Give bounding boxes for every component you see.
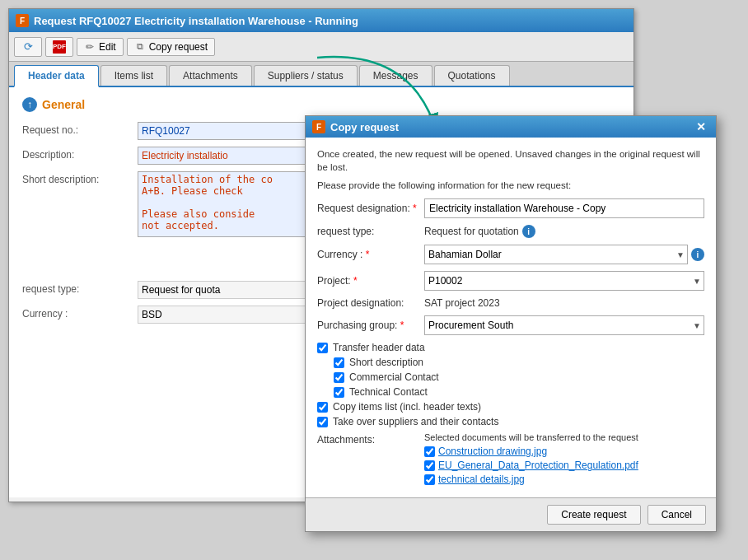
- description-label: Description:: [22, 147, 138, 161]
- dialog-footer: Create request Cancel: [306, 497, 716, 531]
- tab-quotations[interactable]: Quotations: [434, 65, 510, 86]
- dialog-titlebar: F Copy request ✕: [306, 116, 716, 138]
- dialog-project-designation-wrap: SAT project 2023: [424, 297, 704, 309]
- commercial-contact-checkbox[interactable]: [334, 372, 344, 383]
- transfer-header-data-label: Transfer header data: [333, 342, 425, 353]
- dialog-project-designation-label: Project designation:: [317, 297, 424, 309]
- dialog-project-row: Project: * P10002 ▼: [317, 271, 704, 291]
- purchasing-required-marker: *: [400, 320, 404, 331]
- cancel-button[interactable]: Cancel: [647, 505, 706, 525]
- purchasing-group-select[interactable]: Procurement South: [424, 315, 704, 335]
- tab-attachments[interactable]: Attachments: [169, 65, 252, 86]
- attachment-1-checkbox[interactable]: [424, 446, 435, 457]
- copy-items-list-row: Copy items list (incl. header texts): [317, 401, 704, 413]
- short-desc-label: Short description:: [22, 171, 138, 185]
- currency-label: Currency :: [22, 306, 138, 320]
- copy-request-label: Copy request: [149, 41, 208, 53]
- technical-contact-checkbox[interactable]: [334, 387, 344, 398]
- dialog-currency-wrap: Bahamian Dollar ▼ i: [424, 245, 704, 264]
- dialog-titlebar-left: F Copy request: [312, 120, 399, 133]
- attachments-section: Attachments: Selected documents will be …: [317, 432, 704, 488]
- dialog-project-wrap: P10002 ▼: [424, 271, 704, 291]
- short-description-checkbox[interactable]: [334, 357, 344, 368]
- dialog-icon: F: [312, 120, 325, 133]
- section-header: ↑ General: [22, 97, 620, 112]
- refresh-icon: ⟳: [21, 40, 35, 54]
- copy-icon: ⧉: [134, 41, 146, 53]
- take-over-suppliers-checkbox[interactable]: [317, 417, 328, 427]
- dialog-currency-row: Currency : * Bahamian Dollar ▼ i: [317, 245, 704, 264]
- tab-suppliers-status[interactable]: Suppliers / status: [254, 65, 358, 86]
- copy-items-list-label: Copy items list (incl. header texts): [333, 401, 481, 413]
- refresh-button[interactable]: ⟳: [14, 37, 42, 57]
- project-select-wrapper: P10002 ▼: [424, 271, 704, 291]
- tab-items-list[interactable]: Items list: [101, 65, 167, 86]
- short-description-row: Short description: [334, 357, 704, 368]
- edit-icon: ✏: [84, 41, 96, 53]
- transfer-header-data-row: Transfer header data: [317, 342, 704, 353]
- main-titlebar: F Request RFQ10027 Electricity installat…: [9, 9, 633, 32]
- attachment-2-checkbox[interactable]: [424, 460, 435, 471]
- copy-request-dialog: F Copy request ✕ Once created, the new r…: [305, 115, 717, 532]
- edit-button[interactable]: ✏ Edit: [77, 38, 124, 56]
- dialog-purchasing-group-label: Purchasing group: *: [317, 320, 424, 331]
- section-icon: ↑: [22, 97, 37, 112]
- tab-header-data[interactable]: Header data: [14, 65, 99, 87]
- section-title: General: [42, 98, 85, 111]
- take-over-suppliers-row: Take over suppliers and their contacts: [317, 416, 704, 427]
- pdf-icon: PDF: [53, 40, 66, 54]
- edit-label: Edit: [99, 41, 116, 53]
- dialog-content: Once created, the new request will be op…: [306, 138, 716, 497]
- dialog-request-type-label: request type:: [317, 226, 424, 237]
- tab-bar: Header data Items list Attachments Suppl…: [9, 62, 633, 87]
- dialog-purchasing-group-wrap: Procurement South ▼: [424, 315, 704, 335]
- dialog-subtitle: Please provide the following information…: [317, 180, 704, 190]
- attachment-2-link[interactable]: EU_General_Data_Protection_Regulation.pd…: [438, 460, 638, 471]
- attachments-list: Selected documents will be transferred t…: [424, 432, 704, 488]
- attachment-3-link[interactable]: technical details.jpg: [438, 474, 525, 485]
- dialog-request-type-value: Request for quotation: [424, 226, 519, 237]
- dialog-close-button[interactable]: ✕: [693, 120, 709, 133]
- commercial-contact-label: Commercial Contact: [349, 371, 439, 383]
- attachments-label: Attachments:: [317, 432, 424, 488]
- currency-info-icon[interactable]: i: [691, 248, 704, 261]
- attachment-3-checkbox[interactable]: [424, 474, 435, 485]
- dialog-info-text: Once created, the new request will be op…: [317, 147, 704, 174]
- attachment-item-2: EU_General_Data_Protection_Regulation.pd…: [424, 460, 704, 471]
- request-designation-input[interactable]: [424, 198, 704, 218]
- checkbox-group: Transfer header data Short description C…: [317, 342, 704, 427]
- dialog-project-designation-row: Project designation: SAT project 2023: [317, 297, 704, 309]
- dialog-currency-label: Currency : *: [317, 249, 424, 260]
- required-marker: *: [413, 203, 417, 214]
- dialog-project-label: Project: *: [317, 275, 424, 287]
- technical-contact-label: Technical Contact: [349, 386, 428, 398]
- pdf-button[interactable]: PDF: [45, 37, 73, 57]
- attachment-item-1: Construction drawing.jpg: [424, 446, 704, 457]
- dialog-request-type-wrap: Request for quotation i: [424, 225, 704, 238]
- project-required-marker: *: [353, 275, 358, 287]
- attachments-note: Selected documents will be transferred t…: [424, 432, 704, 442]
- copy-request-button[interactable]: ⧉ Copy request: [127, 38, 215, 56]
- attachment-item-3: technical details.jpg: [424, 474, 704, 485]
- purchasing-group-select-wrapper: Procurement South ▼: [424, 315, 704, 335]
- tab-messages[interactable]: Messages: [359, 65, 432, 86]
- attachment-1-link[interactable]: Construction drawing.jpg: [438, 446, 547, 457]
- dialog-request-type-row: request type: Request for quotation i: [317, 225, 704, 238]
- request-no-label: Request no.:: [22, 122, 138, 136]
- main-window-title: Request RFQ10027 Electricity installatio…: [34, 15, 358, 27]
- request-designation-input-wrap: [424, 198, 704, 218]
- transfer-header-data-checkbox[interactable]: [317, 343, 328, 353]
- currency-required-marker: *: [366, 249, 370, 260]
- dialog-title: Copy request: [330, 121, 399, 133]
- copy-items-list-checkbox[interactable]: [317, 402, 328, 413]
- commercial-contact-row: Commercial Contact: [334, 371, 704, 383]
- request-designation-label: Request designation: *: [317, 203, 424, 214]
- dialog-purchasing-group-row: Purchasing group: * Procurement South ▼: [317, 315, 704, 335]
- dialog-project-designation-value: SAT project 2023: [424, 297, 500, 309]
- request-type-info-icon[interactable]: i: [522, 225, 535, 238]
- currency-select-wrapper: Bahamian Dollar ▼: [424, 245, 688, 264]
- project-select[interactable]: P10002: [424, 271, 704, 291]
- create-request-button[interactable]: Create request: [547, 505, 640, 525]
- currency-select[interactable]: Bahamian Dollar: [424, 245, 688, 264]
- app-icon: F: [16, 14, 29, 27]
